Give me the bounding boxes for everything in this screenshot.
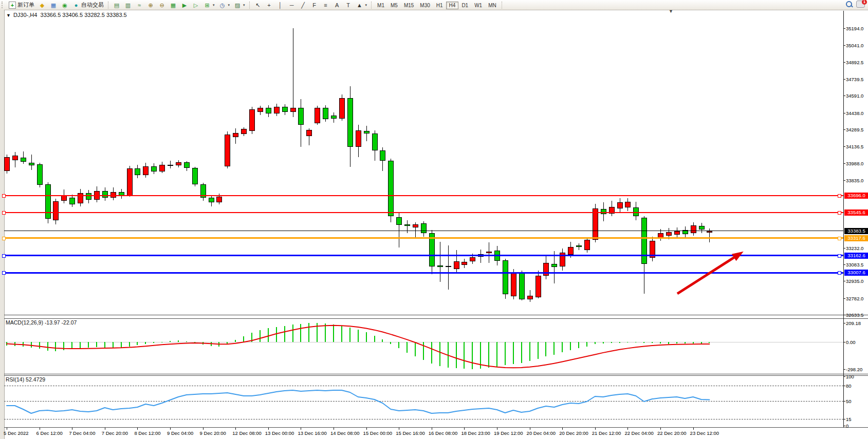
price-level-label: 33545.6 [844,209,868,216]
candle-body [249,109,255,131]
price-axis-tick-label: 33988.0 [846,161,863,166]
horizontal-level-line[interactable] [4,255,843,256]
chart-canvas[interactable]: 35194.035041.034892.534739.534591.034438… [0,0,868,439]
price-axis-tick-label: 34438.0 [846,110,863,116]
candle-body [257,108,263,112]
candle-body [584,240,590,250]
candle-body [61,196,67,201]
chart-menu-icon[interactable]: ▼ [6,13,11,18]
candle-body [527,296,533,299]
time-axis-tick-label: 15 Dec 00:00 [363,430,393,436]
candle-body [446,266,451,267]
candle-body [225,135,230,166]
price-axis-tick [843,79,845,80]
time-axis-tick [268,428,269,430]
time-axis-tick-label: 18 Dec 23:00 [461,430,490,436]
time-axis-tick-label: 7 Dec 20:00 [102,430,128,436]
candle-body [707,231,712,233]
time-axis-tick [170,428,171,430]
time-axis-tick [530,428,530,430]
chart-symbol-period: DJ30-,H4 [13,12,37,18]
line-handle[interactable] [838,211,841,215]
price-axis-tick-label: 32935.0 [846,278,863,284]
line-handle[interactable] [2,211,6,215]
time-axis-tick [7,428,7,430]
candle-body [168,165,173,166]
time-axis-tick [72,428,72,430]
price-axis-tick-label: 33835.0 [846,178,863,183]
price-level-label: 33162.6 [844,253,868,259]
time-axis-tick [40,428,40,430]
candle-body [396,217,402,225]
candle-body [127,168,133,195]
rsi-axis-tick [843,419,845,419]
time-axis-separator [4,427,868,428]
price-axis-tick-label: 34892.5 [846,60,863,65]
line-handle[interactable] [2,271,6,275]
macd-axis-tick-label: 0.00 [846,339,856,345]
time-axis-tick-label: 13 Dec 00:00 [265,430,294,436]
line-handle[interactable] [838,237,841,240]
line-handle[interactable] [2,237,6,240]
candle-body [315,108,320,123]
candle-body [461,262,467,265]
candle-body [674,231,680,235]
candle-body [45,184,51,219]
price-axis-tick [843,146,845,147]
time-axis-tick-label: 21 Dec 12:00 [592,430,621,436]
pane-splitter[interactable] [4,315,868,315]
candle-body [593,208,598,240]
candle-body [176,162,181,165]
time-axis-tick-label: 16 Dec 08:00 [429,430,458,436]
line-handle[interactable] [838,194,841,198]
macd-axis-tick [843,342,845,342]
price-level-label: 33007.6 [844,270,868,276]
candle-body [666,232,672,236]
candle-body [437,265,443,266]
price-axis-line[interactable] [843,11,844,427]
price-axis-tick-label: 33232.0 [846,245,863,251]
candle-body [274,107,280,113]
candle-body [184,162,190,168]
horizontal-level-line[interactable] [4,237,843,239]
candle-body [282,107,288,111]
horizontal-level-line[interactable] [4,272,843,274]
horizontal-level-line[interactable] [4,231,843,231]
candle-body [192,168,198,184]
line-handle[interactable] [2,254,6,258]
pane-splitter[interactable] [4,374,868,374]
horizontal-level-line[interactable] [4,195,843,196]
price-axis-tick-label: 32782.0 [846,296,863,301]
candle-body [356,130,361,147]
chart-shift-marker[interactable]: ▼ [669,9,673,14]
rsi-axis-tick-label: 80 [846,383,852,389]
candle-body [699,226,705,229]
line-handle[interactable] [838,271,841,275]
candle-wick [448,245,449,290]
macd-values: -13.97 -22.07 [45,319,77,326]
candle-body [388,161,394,216]
rsi-value: 52.4729 [26,376,45,383]
candle-body [691,225,696,233]
time-axis-tick [203,428,204,430]
price-axis-tick [843,62,845,63]
time-axis-tick-label: 9 Dec 04:00 [167,430,193,436]
horizontal-level-line[interactable] [4,212,843,213]
candle-body [380,150,385,161]
candle-body [266,108,271,113]
candle-body [12,156,18,160]
candle-body [69,198,75,204]
candle-body [372,133,378,150]
macd-indicator-label: MACD(12,26,9) -13.97 -22.07 [6,319,77,326]
price-axis-tick-label: 35194.0 [846,26,863,31]
time-axis-tick-label: 5 Dec 2022 [4,430,29,436]
line-handle[interactable] [2,194,6,198]
line-handle[interactable] [838,254,841,258]
rsi-axis-tick [843,401,845,402]
time-axis-tick-label: 13 Dec 16:00 [298,430,327,436]
rsi-axis-tick-label: 0 [846,423,848,429]
candle-body [216,197,222,202]
candle-body [209,198,214,202]
candle-wick [440,242,440,281]
candle-body [421,223,427,233]
